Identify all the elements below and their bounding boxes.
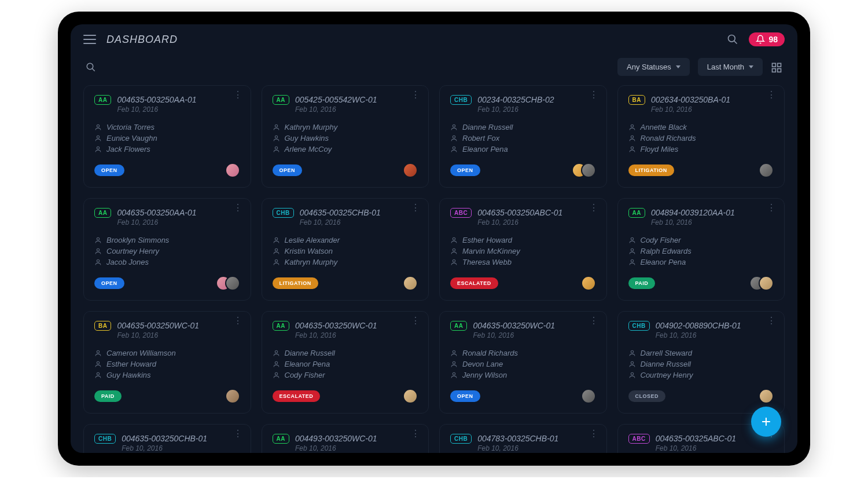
case-card[interactable]: BA002634-003250BA-01Feb 10, 2016⋮Annette… xyxy=(617,85,785,188)
person-item: Jenny Wilson xyxy=(450,370,596,381)
card-header: AA004493-003250WC-01Feb 10, 2016 xyxy=(273,434,418,452)
card-header: CHB00234-00325CHB-02Feb 10, 2016 xyxy=(450,95,596,114)
case-card[interactable]: AA004635-003250WC-01Feb 10, 2016⋮Dianne … xyxy=(262,311,429,414)
more-icon[interactable]: ⋮ xyxy=(589,94,598,96)
avatar[interactable] xyxy=(403,163,418,178)
filter-search-icon[interactable] xyxy=(86,62,609,72)
svg-point-30 xyxy=(631,248,633,251)
case-id: 004635-003250WC-01 xyxy=(117,321,199,330)
case-card[interactable]: AA004635-003250AA-01Feb 10, 2016⋮Victori… xyxy=(83,85,251,188)
avatar-stack xyxy=(225,389,240,404)
person-name: Jacob Jones xyxy=(106,258,149,266)
case-card[interactable]: AA005425-005542WC-01Feb 10, 2016⋮Kathryn… xyxy=(262,85,429,188)
avatar[interactable] xyxy=(581,389,596,404)
avatar[interactable] xyxy=(403,276,418,291)
svg-point-40 xyxy=(453,372,455,375)
case-card[interactable]: CHB004635-00325CHB-01Feb 10, 2016⋮Leslie… xyxy=(262,198,429,301)
person-icon xyxy=(273,145,280,153)
search-icon[interactable] xyxy=(727,34,738,45)
more-icon[interactable]: ⋮ xyxy=(767,94,776,96)
more-icon[interactable]: ⋮ xyxy=(589,207,598,209)
more-icon[interactable]: ⋮ xyxy=(233,433,242,435)
card-footer: LITIGATION xyxy=(628,163,774,178)
svg-point-28 xyxy=(453,259,455,262)
case-card[interactable]: CHB004783-00325CHB-01Feb 10, 2016⋮Theres… xyxy=(439,424,607,453)
card-footer: CLOSED xyxy=(628,389,774,404)
person-name: Leslie Alexander xyxy=(285,236,340,244)
svg-point-23 xyxy=(275,237,277,240)
notification-pill[interactable]: 98 xyxy=(749,32,785,46)
add-fab[interactable]: + xyxy=(751,407,781,437)
view-toggle-icon[interactable] xyxy=(771,61,782,73)
svg-point-21 xyxy=(97,248,99,251)
menu-icon[interactable] xyxy=(83,35,96,44)
avatar[interactable] xyxy=(225,389,240,404)
card-footer: OPEN xyxy=(94,163,240,178)
person-name: Kathryn Murphy xyxy=(285,258,338,266)
case-card[interactable]: ABC004635-003250ABC-01Feb 10, 2016⋮Esthe… xyxy=(439,198,607,301)
status-badge: LITIGATION xyxy=(273,277,318,289)
person-item: Jack Flowers xyxy=(94,144,240,155)
svg-point-12 xyxy=(275,136,277,138)
more-icon[interactable]: ⋮ xyxy=(767,207,776,209)
case-date: Feb 10, 2016 xyxy=(117,218,196,226)
case-card[interactable]: CHB004635-003250CHB-01Feb 10, 2016⋮Annet… xyxy=(83,424,251,453)
svg-line-3 xyxy=(92,68,95,71)
case-card[interactable]: AA004635-003250AA-01Feb 10, 2016⋮Brookly… xyxy=(83,198,251,301)
person-icon xyxy=(628,236,636,244)
case-card[interactable]: AA004493-003250WC-01Feb 10, 2016⋮Albert … xyxy=(262,424,429,453)
case-type-tag: BA xyxy=(94,321,111,331)
person-icon xyxy=(450,360,458,368)
period-filter[interactable]: Last Month xyxy=(698,58,763,76)
avatar[interactable] xyxy=(581,276,596,291)
person-name: Annette Black xyxy=(641,123,687,131)
person-icon xyxy=(450,349,458,357)
case-card[interactable]: AA004894-0039120AA-01Feb 10, 2016⋮Cody F… xyxy=(617,198,785,301)
avatar[interactable] xyxy=(759,163,774,178)
case-card[interactable]: CHB00234-00325CHB-02Feb 10, 2016⋮Dianne … xyxy=(439,85,607,188)
case-card[interactable]: CHB004902-008890CHB-01Feb 10, 2016⋮Darre… xyxy=(617,311,785,414)
more-icon[interactable]: ⋮ xyxy=(411,433,420,435)
more-icon[interactable]: ⋮ xyxy=(233,207,242,209)
person-name: Cody Fisher xyxy=(641,236,681,244)
avatar[interactable] xyxy=(403,389,418,404)
person-item: Dianne Russell xyxy=(628,359,774,370)
case-card[interactable]: BA004635-003250WC-01Feb 10, 2016⋮Cameron… xyxy=(83,311,251,414)
avatar-stack xyxy=(581,276,596,291)
person-name: Jack Flowers xyxy=(106,145,150,153)
avatar[interactable] xyxy=(225,163,240,178)
avatar[interactable] xyxy=(581,163,596,178)
card-header: CHB004635-00325CHB-01Feb 10, 2016 xyxy=(273,208,418,226)
more-icon[interactable]: ⋮ xyxy=(233,320,242,322)
person-name: Ronald Richards xyxy=(462,349,518,357)
svg-point-31 xyxy=(631,259,633,262)
svg-point-17 xyxy=(631,125,633,127)
status-filter[interactable]: Any Statuses xyxy=(617,58,690,76)
more-icon[interactable]: ⋮ xyxy=(233,94,242,96)
more-icon[interactable]: ⋮ xyxy=(411,94,420,96)
person-icon xyxy=(450,247,458,255)
more-icon[interactable]: ⋮ xyxy=(589,320,598,322)
person-icon xyxy=(450,371,458,379)
avatar[interactable] xyxy=(225,276,240,291)
person-item: Ronald Richards xyxy=(450,348,596,359)
person-item: Ronald Richards xyxy=(628,133,774,144)
avatar[interactable] xyxy=(759,389,774,404)
svg-point-37 xyxy=(275,372,277,375)
case-date: Feb 10, 2016 xyxy=(473,331,555,339)
person-name: Courtney Henry xyxy=(641,371,693,379)
avatar[interactable] xyxy=(759,276,774,291)
person-list: Dianne RussellRobert FoxEleanor Pena xyxy=(450,122,596,155)
case-type-tag: AA xyxy=(94,208,111,218)
case-id: 004635-00325CHB-01 xyxy=(300,208,381,217)
case-card[interactable]: AA004635-003250WC-01Feb 10, 2016⋮Ronald … xyxy=(439,311,607,414)
more-icon[interactable]: ⋮ xyxy=(411,207,420,209)
status-badge: CLOSED xyxy=(628,390,666,402)
more-icon[interactable]: ⋮ xyxy=(411,320,420,322)
more-icon[interactable]: ⋮ xyxy=(589,433,598,435)
svg-point-26 xyxy=(453,237,455,240)
status-badge: LITIGATION xyxy=(628,164,674,176)
person-icon xyxy=(273,360,280,368)
more-icon[interactable]: ⋮ xyxy=(767,320,776,322)
case-type-tag: CHB xyxy=(273,208,294,218)
